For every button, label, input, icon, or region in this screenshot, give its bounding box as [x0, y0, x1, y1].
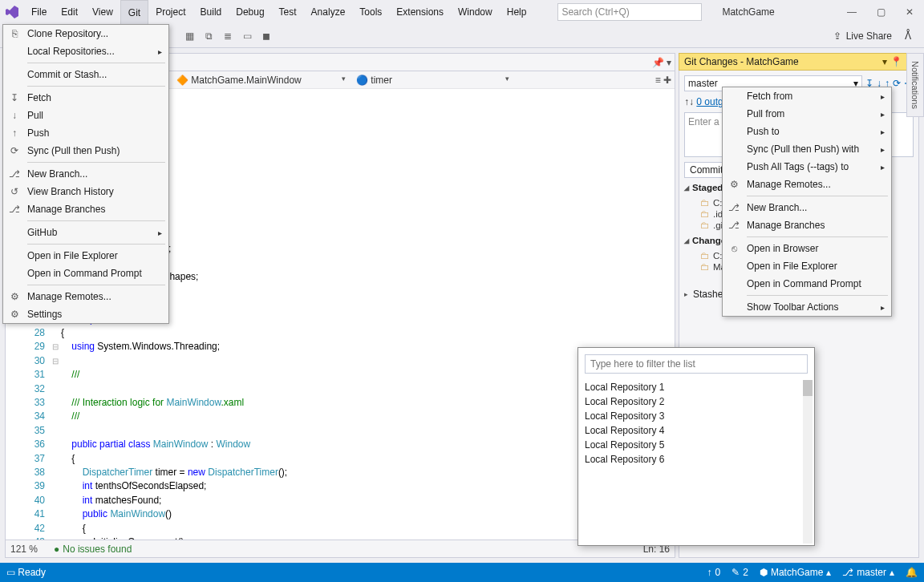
class-combo[interactable]: 🔶 MatchGame.MainWindow [172, 73, 349, 87]
menuitem[interactable]: ⎇Manage Branches [3, 200, 168, 218]
menu-debug[interactable]: Debug [229, 0, 271, 24]
sync-icon[interactable]: ⟳ [893, 78, 901, 89]
menuitem[interactable]: ⚙Manage Remotes... [723, 176, 891, 193]
menuitem[interactable]: ⚙Manage Remotes... [3, 288, 168, 305]
dropdown-icon[interactable]: ▾ [882, 56, 887, 67]
status-project[interactable]: ⬢ MatchGame ▴ [760, 567, 831, 578]
split-icon[interactable]: ≡ ✚ [655, 75, 671, 86]
minimize-button[interactable]: — [837, 0, 866, 24]
menuitem[interactable]: ↑Push [3, 124, 168, 142]
notifications-tab[interactable]: Notifications [906, 53, 924, 117]
status-bar: ▭ Ready ↑ 0 ✎ 2 ⬢ MatchGame ▴ ⎇ master ▴… [0, 563, 924, 582]
status-changes[interactable]: ✎ 2 [732, 567, 748, 578]
error-list-summary[interactable]: ● No issues found [54, 544, 132, 555]
vs-logo-icon [0, 0, 24, 24]
menu-view[interactable]: View [85, 0, 120, 24]
indent-icon[interactable]: ≣ [221, 30, 234, 42]
status-branch[interactable]: ⎇ master ▴ [842, 567, 894, 578]
menu-edit[interactable]: Edit [54, 0, 85, 24]
menu-test[interactable]: Test [272, 0, 304, 24]
menuitem[interactable]: Show Toolbar Actions [723, 298, 891, 316]
window-controls: — ▢ ✕ [837, 0, 924, 24]
menuitem[interactable]: GitHub [3, 224, 168, 241]
menuitem[interactable]: ⎇New Branch... [723, 199, 891, 216]
zoom-level[interactable]: 121 % [10, 544, 38, 555]
repo-item[interactable]: Local Repository 1 [585, 380, 808, 394]
git-changes-title: Git Changes - MatchGame ▾ 📍 ✕ [679, 53, 919, 71]
repo-item[interactable]: Local Repository 6 [585, 452, 808, 467]
live-share-button[interactable]: Live Share [846, 30, 892, 42]
toggle-icon[interactable]: ▦ [183, 30, 196, 42]
editor-status-bar: 121 % ● No issues found Ln: 16 [6, 540, 675, 557]
repo-item[interactable]: Local Repository 4 [585, 423, 808, 438]
menuitem[interactable]: ⎇New Branch... [3, 165, 168, 183]
menuitem[interactable]: Open in Command Prompt [3, 265, 168, 282]
toolbar-glyphs [533, 0, 549, 24]
menuitem[interactable]: Push to [723, 123, 891, 140]
menuitem[interactable]: ⚙Settings [3, 305, 168, 323]
menu-window[interactable]: Window [451, 0, 500, 24]
status-push[interactable]: ↑ 0 [707, 567, 721, 578]
repo-item[interactable]: Local Repository 2 [585, 394, 808, 409]
menuitem[interactable]: Fetch from [723, 87, 891, 105]
status-ready: ▭ Ready [6, 567, 46, 578]
menuitem[interactable]: ⎇Manage Branches [723, 216, 891, 234]
menu-help[interactable]: Help [500, 0, 534, 24]
menuitem[interactable]: ↺View Branch History [3, 183, 168, 200]
title-bar: FileEditViewGitProjectBuildDebugTestAnal… [0, 0, 924, 24]
search-input[interactable]: Search (Ctrl+Q) [557, 3, 702, 21]
comment-icon[interactable]: ▭ [241, 30, 253, 42]
menuitem[interactable]: Open in File Explorer [723, 257, 891, 275]
menuitem[interactable]: Open in File Explorer [3, 247, 168, 265]
menu-tools[interactable]: Tools [352, 0, 389, 24]
menuitem[interactable]: ⟳Sync (Pull then Push) [3, 142, 168, 160]
toggle-icon[interactable]: ⧉ [202, 30, 215, 42]
git-menu-dropdown: ⎘Clone Repository...Local Repositories..… [2, 24, 169, 324]
close-button[interactable]: ✕ [895, 0, 924, 24]
menuitem[interactable]: Sync (Pull then Push) with [723, 140, 891, 158]
menu-git[interactable]: Git [120, 0, 148, 24]
menuitem[interactable]: Local Repositories... [3, 42, 168, 60]
menuitem[interactable]: Push All Tags (--tags) to [723, 158, 891, 176]
menu-analyze[interactable]: Analyze [304, 0, 353, 24]
scrollbar[interactable] [803, 380, 813, 544]
repo-item[interactable]: Local Repository 5 [585, 438, 808, 452]
menuitem[interactable]: Pull from [723, 105, 891, 123]
local-repos-popup: Local Repository 1Local Repository 2Loca… [578, 347, 815, 546]
git-actions-dropdown: Fetch fromPull fromPush toSync (Pull the… [722, 87, 892, 317]
menu-extensions[interactable]: Extensions [389, 0, 451, 24]
pin-icon[interactable]: 📌 ▾ [652, 57, 671, 68]
menu-file[interactable]: File [24, 0, 54, 24]
menu-bar: FileEditViewGitProjectBuildDebugTestAnal… [24, 0, 533, 24]
menuitem[interactable]: Open in Command Prompt [723, 275, 891, 293]
live-share-icon[interactable]: ⇪ [833, 30, 841, 42]
repo-item[interactable]: Local Repository 3 [585, 409, 808, 423]
repo-filter-input[interactable] [585, 354, 808, 374]
maximize-button[interactable]: ▢ [866, 0, 895, 24]
menu-build[interactable]: Build [193, 0, 229, 24]
menuitem[interactable]: ↧Fetch [3, 89, 168, 107]
menuitem[interactable]: Commit or Stash... [3, 66, 168, 83]
solution-name: MatchGame [722, 0, 774, 24]
menu-project[interactable]: Project [148, 0, 192, 24]
admin-icon: ᐰ [905, 30, 911, 42]
menuitem[interactable]: ⎋Open in Browser [723, 240, 891, 257]
bell-icon[interactable]: 🔔 [906, 567, 918, 578]
bookmark-icon[interactable]: ◼ [260, 30, 273, 42]
menuitem[interactable]: ⎘Clone Repository... [3, 25, 168, 42]
pin-icon[interactable]: 📍 [890, 56, 902, 67]
menuitem[interactable]: ↓Pull [3, 107, 168, 124]
member-combo[interactable]: 🔵 timer [352, 73, 513, 87]
